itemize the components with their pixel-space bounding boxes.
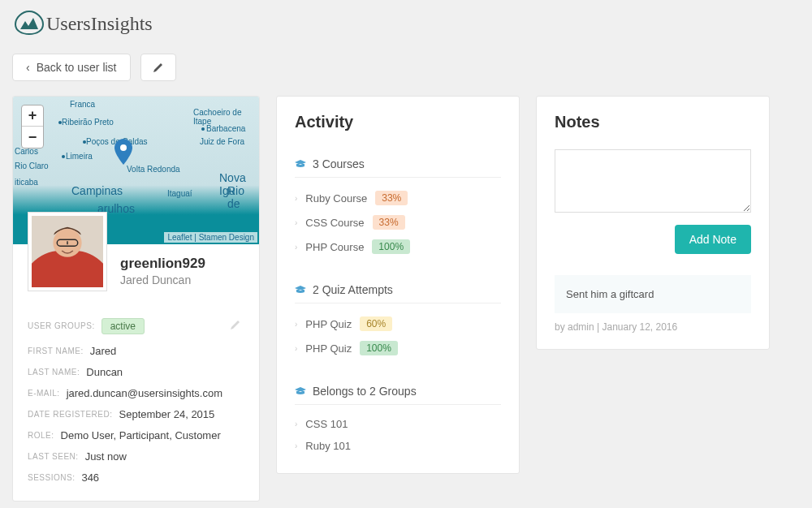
svg-point-0: [120, 144, 127, 151]
zoom-controls: + −: [21, 105, 44, 149]
email-label: E-mail:: [28, 389, 60, 398]
full-name: Jared Duncan: [120, 273, 205, 286]
quiz-row[interactable]: ›PHP Quiz100%: [295, 336, 501, 360]
group-row[interactable]: ›CSS 101: [295, 413, 501, 435]
pencil-icon: [153, 62, 164, 73]
chevron-right-icon: ›: [295, 420, 297, 428]
notes-title: Notes: [555, 113, 751, 131]
brand-logo[interactable]: UsersInsights: [12, 10, 153, 37]
role-label: Role:: [28, 431, 54, 440]
profile-card: Franca Cachoeiro de Itape Ribeirão Preto…: [12, 96, 260, 502]
progress-badge: 100%: [372, 239, 410, 254]
firstname-value: Jared: [90, 345, 117, 357]
zoom-in-button[interactable]: +: [22, 105, 43, 127]
lastseen-value: Just now: [85, 450, 127, 463]
edit-button[interactable]: [140, 54, 176, 81]
quiz-header: 2 Quiz Attempts: [295, 275, 501, 304]
brand-name: UsersInsights: [46, 13, 153, 35]
username: greenlion929: [120, 256, 205, 272]
toolbar: ‹ Back to user list: [12, 54, 800, 81]
progress-badge: 100%: [360, 341, 398, 355]
progress-badge: 60%: [360, 316, 392, 331]
note-meta: by admin | January 12, 2016: [555, 321, 751, 333]
progress-badge: 33%: [375, 191, 408, 205]
logo-icon: [12, 10, 46, 37]
sessions-value: 346: [81, 471, 99, 484]
note-input[interactable]: [555, 149, 751, 213]
course-row[interactable]: ›PHP Course100%: [295, 235, 501, 259]
groups-label: User Groups:: [28, 321, 95, 330]
chevron-right-icon: ›: [295, 218, 297, 227]
graduation-cap-icon: [295, 158, 306, 170]
groups-header: Belongs to 2 Groups: [295, 377, 501, 405]
chevron-right-icon: ›: [295, 441, 297, 450]
activity-title: Activity: [295, 113, 501, 131]
registered-value: September 24, 2015: [119, 408, 215, 420]
avatar: [28, 212, 107, 291]
firstname-label: First Name:: [28, 347, 84, 355]
chevron-left-icon: ‹: [26, 61, 30, 74]
role-value: Demo User, Participant, Customer: [61, 429, 221, 441]
note-item: Sent him a giftcard: [555, 275, 751, 313]
profile-details: User Groups: active First Name:Jared Las…: [13, 291, 259, 501]
notes-card: Notes Add Note Sent him a giftcard by ad…: [536, 96, 770, 350]
progress-badge: 33%: [373, 215, 405, 230]
graduation-cap-icon: [295, 284, 306, 295]
zoom-out-button[interactable]: −: [22, 127, 43, 148]
page-header: UsersInsights: [12, 10, 800, 37]
edit-groups-button[interactable]: [227, 316, 244, 336]
chevron-right-icon: ›: [295, 320, 297, 329]
back-label: Back to user list: [37, 61, 117, 74]
lastname-label: Last Name:: [28, 368, 80, 377]
chevron-right-icon: ›: [295, 194, 297, 203]
map-marker-icon: [114, 139, 132, 165]
back-button[interactable]: ‹ Back to user list: [12, 54, 131, 81]
chevron-right-icon: ›: [295, 243, 297, 252]
courses-header: 3 Courses: [295, 149, 501, 178]
registered-label: Date Registered:: [28, 410, 113, 419]
email-value: jared.duncan@usersinsights.com: [67, 387, 222, 399]
chevron-right-icon: ›: [295, 344, 297, 353]
course-row[interactable]: ›Ruby Course33%: [295, 186, 501, 210]
lastseen-label: Last Seen:: [28, 452, 79, 461]
graduation-cap-icon: [295, 385, 306, 397]
quiz-row[interactable]: ›PHP Quiz60%: [295, 312, 501, 336]
course-row[interactable]: ›CSS Course33%: [295, 210, 501, 235]
group-row[interactable]: ›Ruby 101: [295, 435, 501, 457]
sessions-label: Sessions:: [28, 473, 75, 482]
group-tag: active: [102, 318, 145, 334]
add-note-button[interactable]: Add Note: [675, 225, 751, 254]
pencil-icon: [230, 319, 241, 330]
activity-card: Activity 3 Courses ›Ruby Course33% ›CSS …: [276, 96, 520, 474]
lastname-value: Duncan: [86, 366, 123, 378]
